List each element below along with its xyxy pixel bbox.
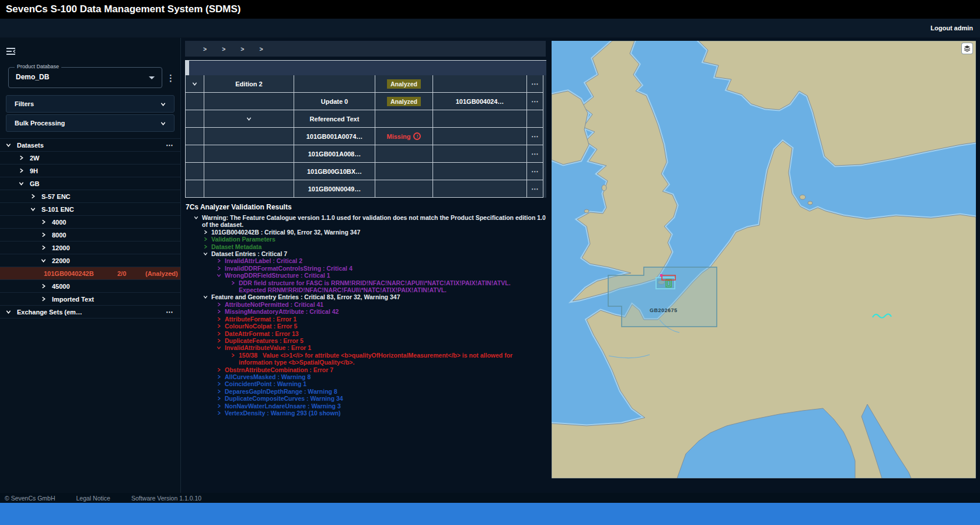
tree-chevron-icon[interactable] (41, 219, 46, 225)
tree-chevron-icon[interactable] (41, 296, 46, 302)
tree-chevron-icon[interactable] (217, 302, 221, 307)
tree-item[interactable]: 9H ⋯ (0, 164, 180, 177)
tree-chevron-icon[interactable] (19, 155, 24, 160)
row-menu-icon[interactable]: ⋯ (531, 185, 539, 193)
tree-chevron-icon[interactable] (217, 345, 221, 350)
tree-chevron-icon[interactable] (6, 142, 11, 148)
breadcrumb-item[interactable] (240, 46, 252, 52)
legal-notice-link[interactable]: Legal Notice (76, 495, 110, 502)
table-row[interactable]: 101GB001A008… ! ⋯ (186, 145, 546, 163)
validation-tree-item[interactable]: 101GB0040242B : Critical 90, Error 32, W… (186, 229, 546, 236)
validation-tree-item[interactable]: ObstrnAttributeCombination : Error 7 (186, 366, 546, 373)
row-menu-icon[interactable]: ⋯ (531, 97, 539, 106)
validation-tree-item[interactable]: DateAttrFormat : Error 13 (186, 330, 546, 337)
validation-tree-item[interactable]: WrongDDRFieldStructure : Critical 1 (186, 272, 546, 279)
validation-tree-item[interactable]: Dataset Entries : Critical 7 (186, 250, 546, 257)
logout-link[interactable]: Logout admin (930, 24, 973, 32)
tree-item[interactable]: 12000 ⋯ (0, 242, 180, 254)
tree-chevron-icon[interactable] (217, 411, 221, 415)
validation-tree-item[interactable]: 150/38 Value <i>1</i> for attribute <b>q… (186, 352, 546, 366)
row-menu-icon[interactable]: ⋯ (166, 141, 173, 149)
validation-tree-item[interactable]: Feature and Geometry Entries : Critical … (186, 293, 546, 300)
tree-item[interactable]: S-101 ENC ⋯ (0, 203, 180, 216)
kebab-menu-icon[interactable]: ⋮ (166, 73, 175, 83)
validation-tree-item[interactable]: DuplicateCompositeCurves : Warning 34 (186, 395, 546, 402)
tree-item[interactable]: 45000 ⋯ (0, 280, 180, 293)
validation-tree-item[interactable]: AttributeNotPermitted : Critical 41 (186, 301, 546, 308)
tree-item[interactable]: 8000 ⋯ (0, 229, 180, 242)
table-row[interactable]: Update 0 Analyzed Analyzed! 101GB004024…… (186, 93, 546, 110)
tree-chevron-icon[interactable] (217, 396, 221, 401)
row-expand-icon[interactable] (192, 80, 197, 88)
tree-chevron-icon[interactable] (41, 284, 46, 289)
row-expand-icon[interactable] (246, 116, 252, 123)
tree-chevron-icon[interactable] (41, 232, 46, 237)
row-menu-icon[interactable]: ⋯ (166, 308, 173, 316)
row-menu-icon[interactable]: ⋯ (531, 150, 539, 158)
filters-section[interactable]: Filters (6, 95, 175, 113)
tree-chevron-icon[interactable] (217, 266, 221, 271)
tree-item[interactable]: Exchange Sets (em… ⋯ (0, 306, 180, 318)
tree-chevron-icon[interactable] (231, 353, 235, 358)
tree-chevron-icon[interactable] (203, 237, 208, 242)
tree-chevron-icon[interactable] (217, 273, 221, 278)
validation-tree-item[interactable]: CoincidentPoint : Warning 1 (186, 380, 546, 387)
tree-chevron-icon[interactable] (217, 258, 221, 263)
bulk-processing-section[interactable]: Bulk Processing (6, 114, 175, 132)
map-panel[interactable]: GB202675 (552, 41, 976, 478)
validation-tree-item[interactable]: InvalidAttrLabel : Critical 2 (186, 257, 546, 264)
validation-tree-item[interactable]: Dataset Metadata (186, 243, 546, 250)
tree-chevron-icon[interactable] (19, 181, 24, 186)
tree-item[interactable]: Datasets ⋯ (0, 139, 180, 152)
tree-chevron-icon[interactable] (217, 309, 221, 314)
tree-chevron-icon[interactable] (217, 404, 221, 408)
validation-tree-item[interactable]: ColourNoColpat : Error 5 (186, 323, 546, 330)
tree-chevron-icon[interactable] (41, 245, 46, 250)
tree-chevron-icon[interactable] (203, 295, 208, 299)
validation-tree-item[interactable]: NonNavWaterLndareUnsare : Warning 3 (186, 402, 546, 410)
tree-item[interactable]: S-57 ENC ⋯ (0, 190, 180, 203)
tree-item[interactable]: 22000 ⋯ (0, 254, 180, 267)
tree-chevron-icon[interactable] (194, 215, 198, 220)
breadcrumb-item[interactable] (222, 46, 233, 52)
tree-item[interactable]: GB ⋯ (0, 177, 180, 190)
tree-chevron-icon[interactable] (217, 382, 221, 386)
tree-chevron-icon[interactable] (217, 389, 221, 394)
tree-chevron-icon[interactable] (217, 374, 221, 379)
tree-item[interactable]: Imported Text ⋯ (0, 293, 180, 306)
tree-chevron-icon[interactable] (19, 168, 24, 173)
validation-tree-item[interactable]: Validation Parameters (186, 236, 546, 243)
row-menu-icon[interactable]: ⋯ (531, 80, 539, 88)
tree-chevron-icon[interactable] (30, 194, 36, 199)
tree-chevron-icon[interactable] (217, 324, 221, 328)
tree-chevron-icon[interactable] (6, 309, 11, 314)
validation-tree-item[interactable]: AllCurvesMasked : Warning 8 (186, 373, 546, 380)
sidebar-collapse-icon[interactable] (6, 47, 16, 55)
tree-chevron-icon[interactable] (203, 251, 208, 256)
tree-chevron-icon[interactable] (217, 317, 221, 321)
row-menu-icon[interactable]: ⋯ (531, 167, 539, 176)
validation-tree-item[interactable]: DeparesGapInDepthRange : Warning 8 (186, 388, 546, 395)
selected-dataset-highlight[interactable] (656, 278, 675, 289)
product-database-select[interactable]: Product Database Demo_DB (8, 67, 162, 88)
tree-item[interactable]: 101GB0040242B 2/0 (Analyzed) ⋯ (0, 267, 180, 280)
validation-tree-item[interactable]: DDR field structure for FASC is RRNM!RRI… (186, 279, 546, 294)
validation-tree-item[interactable]: Warning: The Feature Catalogue version 1… (186, 214, 546, 229)
tree-chevron-icon[interactable] (203, 230, 208, 235)
table-row[interactable]: 101GB00G10BX… ! ⋯ (186, 163, 546, 180)
tree-chevron-icon[interactable] (231, 281, 235, 285)
table-row[interactable]: 101GB00N0049… ! ⋯ (186, 180, 546, 198)
tree-item[interactable]: 4000 ⋯ (0, 216, 180, 229)
table-row[interactable]: Referenced Text ! ⋯ (186, 110, 546, 128)
row-menu-icon[interactable]: ⋯ (166, 270, 173, 278)
tree-item[interactable]: 2W ⋯ (0, 152, 180, 164)
layers-button[interactable] (962, 43, 972, 54)
tree-chevron-icon[interactable] (217, 368, 221, 372)
validation-tree-item[interactable]: VertexDensity : Warning 293 (10 shown) (186, 410, 546, 416)
table-row[interactable]: Edition 2 Analyzed Analyzed! ⋯ (186, 75, 546, 93)
tree-chevron-icon[interactable] (217, 338, 221, 343)
validation-tree-item[interactable]: InvalidDDRFormatControlsString : Critica… (186, 265, 546, 272)
table-row[interactable]: 101GB001A0074… Missing Missing! ⋯ (186, 128, 546, 145)
validation-tree-item[interactable]: AttributeFormat : Error 1 (186, 316, 546, 323)
breadcrumb-item[interactable] (203, 46, 214, 52)
